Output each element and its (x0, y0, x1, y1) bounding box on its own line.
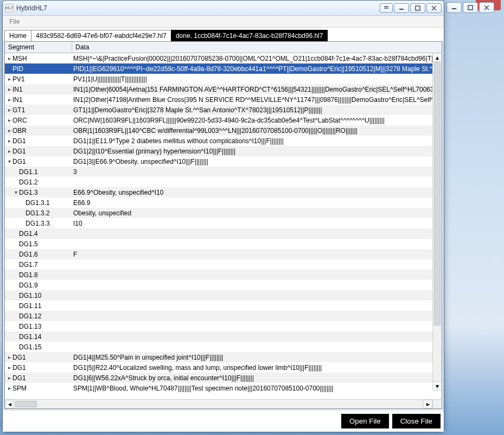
vertical-scrollbar[interactable]: ▴ ▾ (432, 53, 442, 390)
data-cell[interactable]: DG1|3||E66.9^Obesity, unspecified^I10|||… (72, 158, 442, 165)
segment-cell[interactable]: DG1.7 (5, 259, 72, 270)
data-cell[interactable]: F (72, 251, 442, 258)
data-cell[interactable]: DG1|2||I10^Essential (primary) hypertens… (72, 148, 442, 155)
table-row[interactable]: DG1DG1|5||R22.40^Localized swelling, mas… (5, 362, 442, 373)
twisty-collapsed-icon[interactable] (6, 149, 12, 154)
hscroll-thumb[interactable] (15, 401, 37, 407)
open-file-button[interactable]: Open File (341, 414, 389, 428)
twisty-collapsed-icon[interactable] (6, 107, 12, 113)
segment-cell[interactable]: DG1.11 (5, 300, 72, 311)
segment-cell[interactable]: DG1 (5, 362, 72, 373)
twisty-collapsed-icon[interactable] (6, 87, 12, 92)
table-row[interactable]: DG1.14 (5, 331, 442, 342)
segment-cell[interactable]: DG1.3.2 (5, 208, 72, 218)
window-help-button[interactable] (380, 3, 393, 13)
data-cell[interactable]: Obesity, unspecified (72, 209, 442, 217)
table-row[interactable]: DG1.5 (5, 239, 442, 249)
table-row[interactable]: DG1.6F (5, 249, 442, 259)
twisty-expanded-icon[interactable] (6, 159, 12, 164)
vscroll-track[interactable] (433, 61, 442, 382)
twisty-collapsed-icon[interactable] (6, 138, 12, 144)
segment-cell[interactable]: DG1.6 (5, 249, 72, 259)
segment-cell[interactable]: DG1.9 (5, 280, 72, 290)
segment-cell[interactable]: GT1 (5, 105, 72, 115)
close-button[interactable] (426, 3, 442, 13)
twisty-expanded-icon[interactable] (12, 190, 19, 195)
segment-cell[interactable]: MSH (5, 53, 72, 63)
scroll-left-arrow-icon[interactable]: ◂ (5, 400, 14, 408)
table-row[interactable]: DG1.3.2Obesity, unspecified (5, 208, 442, 218)
table-row[interactable]: DG1DG1|4||M25.50^Pain in unspecified joi… (5, 352, 442, 362)
table-row[interactable]: PV1PV1|1|U||||||||||||||T||||||||||||| (5, 74, 442, 84)
table-row[interactable]: DG1.9 (5, 280, 442, 290)
maximize-button[interactable] (410, 3, 425, 13)
twisty-collapsed-icon[interactable] (6, 56, 12, 61)
table-row[interactable]: ORCORC|NW|1603R9FL||1603R9FL||||||90e992… (5, 115, 442, 125)
segment-cell[interactable]: DG1.3.3 (5, 218, 72, 228)
tab-1[interactable]: 483c9582-6d69-47e6-bf07-eabdcf4e29e7.hl7 (31, 30, 171, 42)
hscroll-track[interactable] (14, 400, 423, 408)
twisty-collapsed-icon[interactable] (6, 386, 12, 391)
segment-cell[interactable]: DG1.1 (5, 167, 72, 177)
segment-cell[interactable]: DG1.13 (5, 321, 72, 331)
horizontal-scrollbar[interactable]: ◂ ▸ (5, 399, 442, 408)
menu-file[interactable]: File (5, 17, 24, 27)
segment-cell[interactable]: DG1.14 (5, 331, 72, 342)
table-row[interactable]: DG1.3.1E66.9 (5, 197, 442, 208)
tab-2[interactable]: done. 1ccb084f-7c1e-4ac7-83ac-b28f784cbd… (171, 30, 328, 42)
data-cell[interactable]: IN1|1|Other|60054|Aetna|151 FARMINGTON A… (72, 86, 442, 93)
bg-maximize-button[interactable] (463, 2, 478, 13)
segment-cell[interactable]: DG1 (5, 156, 72, 167)
table-row[interactable]: DG1DG1|6||W56.22xA^Struck by orca, initi… (5, 373, 442, 383)
data-cell[interactable]: DG1|1||E11.9^Type 2 diabetes mellitus wi… (72, 137, 442, 145)
segment-cell[interactable]: DG1 (5, 373, 72, 383)
segment-cell[interactable]: DG1.15 (5, 342, 72, 352)
segment-cell[interactable]: PID (5, 63, 72, 74)
segment-cell[interactable]: PV1 (5, 74, 72, 84)
segment-cell[interactable]: DG1 (5, 352, 72, 362)
segment-cell[interactable]: DG1.4 (5, 228, 72, 239)
segment-cell[interactable]: IN1 (5, 94, 72, 105)
segment-cell[interactable]: DG1.10 (5, 290, 72, 300)
data-cell[interactable]: DG1|4||M25.50^Pain in unspecified joint^… (72, 354, 442, 361)
table-row[interactable]: DG1.2 (5, 177, 442, 187)
table-row[interactable]: OBROBR|1|1603R9FL||140^CBC w/differentia… (5, 125, 442, 136)
twisty-collapsed-icon[interactable] (6, 355, 12, 360)
bg-close-button[interactable] (479, 2, 494, 13)
tab-0[interactable]: Home (4, 30, 31, 42)
table-row[interactable]: MSHMSH|^~\&|PracticeFusion|00002|||20160… (5, 53, 442, 63)
table-row[interactable]: DG1DG1|3||E66.9^Obesity, unspecified^I10… (5, 156, 442, 167)
column-header-data[interactable]: Data (72, 42, 442, 53)
data-cell[interactable]: OBR|1|1603R9FL||140^CBC w/differential^9… (72, 127, 442, 135)
twisty-collapsed-icon[interactable] (6, 118, 12, 123)
segment-cell[interactable]: DG1.2 (5, 177, 72, 187)
table-row[interactable]: DG1.8 (5, 270, 442, 280)
segment-cell[interactable]: DG1.8 (5, 270, 72, 280)
twisty-collapsed-icon[interactable] (6, 76, 12, 82)
table-row[interactable]: GT1GT1|1||DemoGastro^Eric||3278 Maple St… (5, 105, 442, 115)
data-cell[interactable]: DG1|6||W56.22xA^Struck by orca, initial … (72, 374, 442, 382)
segment-cell[interactable]: IN1 (5, 84, 72, 94)
segment-cell[interactable]: DG1.5 (5, 239, 72, 249)
scroll-up-arrow-icon[interactable]: ▴ (432, 53, 442, 62)
data-cell[interactable]: I10 (72, 220, 442, 227)
data-cell[interactable]: PID|1||EG629610^^^^PI~de22d59c-50ff-4a9a… (72, 65, 442, 73)
table-row[interactable]: DG1.3E66.9^Obesity, unspecified^I10 (5, 187, 442, 197)
segment-cell[interactable]: SPM (5, 383, 72, 393)
data-cell[interactable]: MSH|^~\&|PracticeFusion|00002|||20160707… (72, 55, 442, 62)
data-cell[interactable]: E66.9^Obesity, unspecified^I10 (72, 189, 442, 196)
data-cell[interactable]: PV1|1|U||||||||||||||T||||||||||||| (72, 75, 442, 83)
table-row[interactable]: DG1DG1|1||E11.9^Type 2 diabetes mellitus… (5, 136, 442, 146)
table-row[interactable]: DG1.11 (5, 300, 442, 311)
twisty-collapsed-icon[interactable] (6, 365, 12, 370)
data-cell[interactable]: SPM|1||WB^Blood, Whole^HL70487||||||||Te… (72, 385, 442, 392)
scroll-right-arrow-icon[interactable]: ▸ (423, 400, 432, 408)
table-row[interactable]: DG1.4 (5, 228, 442, 239)
data-cell[interactable]: E66.9 (72, 199, 442, 207)
segment-cell[interactable]: DG1 (5, 146, 72, 156)
segment-cell[interactable]: DG1.3.1 (5, 197, 72, 208)
data-cell[interactable]: 3 (72, 168, 442, 176)
table-row[interactable]: DG1.3.3I10 (5, 218, 442, 228)
table-row[interactable]: DG1.13 (5, 167, 442, 177)
segment-cell[interactable]: OBR (5, 125, 72, 136)
